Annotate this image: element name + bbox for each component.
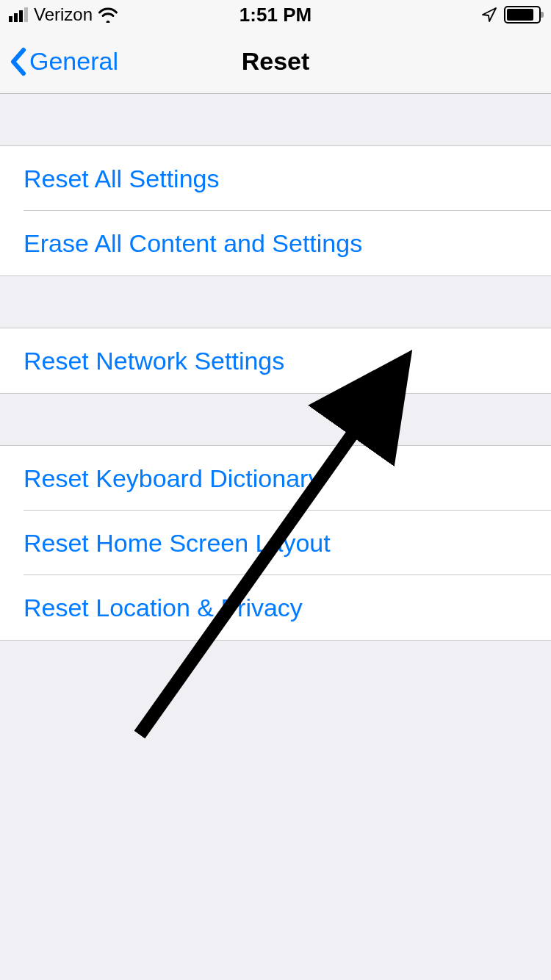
list-item-label: Erase All Content and Settings bbox=[24, 229, 362, 258]
wifi-icon bbox=[97, 7, 119, 23]
reset-network-settings-item[interactable]: Reset Network Settings bbox=[0, 328, 551, 393]
back-button[interactable]: General bbox=[9, 47, 118, 76]
page-title: Reset bbox=[242, 47, 310, 76]
reset-group-1: Reset All Settings Erase All Content and… bbox=[0, 145, 551, 276]
status-left: Verizon bbox=[9, 4, 119, 25]
list-item-label: Reset All Settings bbox=[24, 165, 219, 193]
list-item-label: Reset Home Screen Layout bbox=[24, 529, 331, 558]
location-icon bbox=[480, 6, 498, 24]
chevron-left-icon bbox=[9, 47, 26, 76]
nav-bar: General Reset bbox=[0, 29, 551, 94]
reset-group-2: Reset Network Settings bbox=[0, 328, 551, 394]
status-right bbox=[480, 6, 541, 24]
reset-home-screen-layout-item[interactable]: Reset Home Screen Layout bbox=[0, 511, 551, 575]
cellular-signal-icon bbox=[9, 7, 28, 22]
reset-location-privacy-item[interactable]: Reset Location & Privacy bbox=[0, 575, 551, 640]
erase-all-content-item[interactable]: Erase All Content and Settings bbox=[0, 211, 551, 275]
status-time: 1:51 PM bbox=[240, 4, 311, 26]
section-spacer bbox=[0, 394, 551, 445]
section-spacer bbox=[0, 94, 551, 145]
list-item-label: Reset Location & Privacy bbox=[24, 594, 303, 622]
battery-icon bbox=[504, 6, 541, 24]
status-bar: Verizon 1:51 PM bbox=[0, 0, 551, 29]
list-item-label: Reset Network Settings bbox=[24, 347, 284, 375]
section-spacer bbox=[0, 276, 551, 328]
carrier-label: Verizon bbox=[34, 4, 93, 25]
reset-keyboard-dictionary-item[interactable]: Reset Keyboard Dictionary bbox=[0, 446, 551, 511]
reset-all-settings-item[interactable]: Reset All Settings bbox=[0, 146, 551, 211]
list-item-label: Reset Keyboard Dictionary bbox=[24, 464, 320, 493]
reset-group-3: Reset Keyboard Dictionary Reset Home Scr… bbox=[0, 445, 551, 641]
back-label: General bbox=[29, 47, 118, 76]
